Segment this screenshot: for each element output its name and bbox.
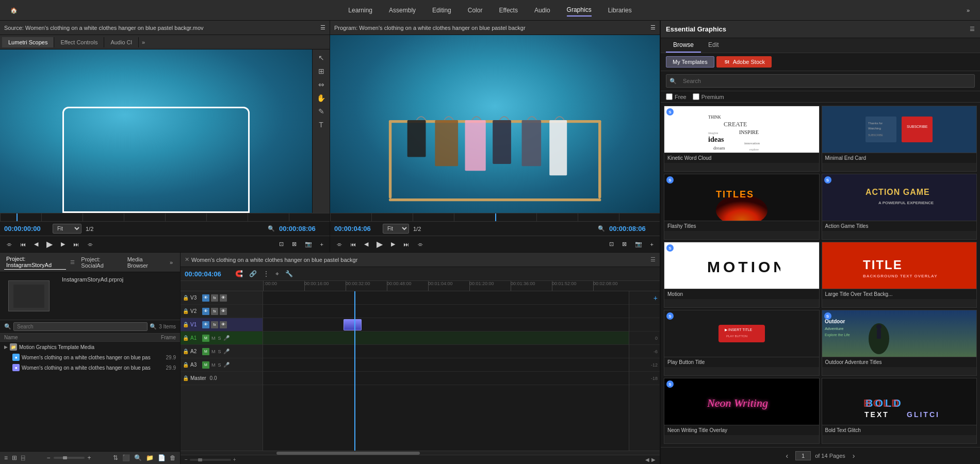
nav-learning[interactable]: Learning (348, 5, 372, 16)
eg-header-menu-icon[interactable]: ☰ (970, 26, 975, 32)
timeline-next-page-btn[interactable]: ▶ (651, 457, 656, 462)
track-row-a2[interactable] (263, 345, 629, 358)
template-neon[interactable]: S Neon Writing Neon Writing Title Ove (664, 378, 820, 444)
track-s-a1[interactable]: S (218, 336, 222, 341)
timeline-zoom-out-btn[interactable]: − (185, 457, 188, 462)
program-fit-dropdown[interactable]: Fit 25% 50% (383, 224, 409, 234)
new-item-btn[interactable]: 📄 (157, 453, 167, 462)
timeline-scrollbar-thumb[interactable] (276, 452, 420, 455)
timeline-scrollbar[interactable] (181, 451, 660, 455)
auto-match-btn[interactable]: ⬛ (121, 453, 131, 462)
tab-media-browser[interactable]: Media Browser (125, 255, 162, 270)
tab-project-social[interactable]: Project: SocialAd (79, 255, 121, 270)
source-prev-frame-btn[interactable]: ◀ (32, 240, 40, 248)
timeline-timecode[interactable]: 00:00:04:06 (185, 270, 231, 278)
track-m-a1[interactable]: M (211, 336, 216, 341)
my-templates-btn[interactable]: My Templates (666, 56, 714, 68)
source-insert-btn[interactable]: ⊡ (277, 240, 286, 248)
timeline-tool3-btn[interactable]: 🔧 (283, 269, 295, 278)
list-item[interactable]: ■ Women's clothing on a white clothes ha… (0, 352, 180, 362)
grid-tool-btn[interactable]: ⊞ (314, 65, 329, 77)
lock-v1-icon[interactable]: 🔒 (183, 322, 189, 327)
timeline-tool2-btn[interactable]: ⌖ (273, 269, 281, 278)
track-row-v3[interactable] (263, 291, 629, 305)
lock-v3-icon[interactable]: 🔒 (183, 295, 189, 301)
filter-premium-checkbox[interactable] (693, 93, 699, 100)
tab-audio-cl[interactable]: Audio Cl (104, 37, 139, 47)
program-add-btn[interactable]: + (648, 240, 656, 248)
template-minimal-end-card[interactable]: Thanks for Watching SUBSCRIBE SUBSCRIBE … (822, 106, 977, 172)
program-header-menu-icon[interactable]: ☰ (650, 24, 656, 31)
freeform-view-btn[interactable]: ⌸ (20, 453, 26, 462)
source-mark-in-btn[interactable]: ⌯ (4, 240, 14, 248)
tab-project-instagram[interactable]: Project: InstagramStoryAd (4, 255, 66, 270)
program-zoom-icon[interactable]: 🔍 (596, 224, 607, 233)
source-add-btn[interactable]: + (318, 240, 325, 248)
nav-more-icon[interactable]: » (967, 7, 970, 13)
program-prev-frame-btn[interactable]: ◀ (362, 240, 370, 248)
track-toggle-v2[interactable]: 👁 (202, 308, 209, 315)
track-toggle-v1[interactable]: 👁 (202, 321, 209, 328)
trim-tool-btn[interactable]: ⇔ (314, 78, 329, 91)
delete-btn[interactable]: 🗑 (169, 453, 177, 462)
home-icon[interactable]: 🏠 (10, 7, 18, 13)
template-bold-glitch[interactable]: BOLD BOLD TEXT GLITCH Bold Text Glitch (822, 378, 977, 444)
search-btn[interactable]: 🔍 (133, 453, 143, 462)
timeline-clip-v1[interactable] (344, 319, 362, 330)
program-mark-in-btn[interactable]: ⌯ (334, 240, 344, 248)
source-step-fwd-btn[interactable]: ⏭ (71, 240, 81, 248)
source-mark-out-btn[interactable]: ⌯ (85, 240, 95, 248)
track-eye-v1[interactable]: 👁 (220, 321, 227, 328)
project-search-input[interactable] (13, 322, 148, 331)
list-view-btn[interactable]: ≡ (3, 453, 9, 462)
col-frame-header[interactable]: Frame (155, 335, 176, 340)
nav-audio[interactable]: Audio (534, 5, 550, 16)
timeline-link-btn[interactable]: 🔗 (247, 269, 259, 278)
program-fraction-btn[interactable]: 1/2 (411, 225, 423, 233)
eg-search-input[interactable] (679, 76, 971, 86)
track-toggle-a2[interactable]: M (202, 348, 209, 355)
text-tool-btn[interactable]: T (314, 119, 329, 131)
track-row-v1[interactable] (263, 318, 629, 332)
project-tabs-more-icon[interactable]: » (167, 257, 176, 268)
grid-view-btn[interactable]: ⊞ (11, 453, 18, 462)
expand-icon[interactable]: ▶ (4, 344, 8, 350)
template-large-title[interactable]: TITLE BACKGROUND TEXT OVERLAY Large Titl… (822, 242, 977, 308)
track-s-a3[interactable]: S (218, 362, 222, 368)
timeline-header-menu-icon[interactable]: ☰ (650, 256, 656, 263)
add-track-btn[interactable]: + (654, 294, 658, 302)
track-toggle-a1[interactable]: M (202, 335, 209, 342)
nav-assembly[interactable]: Assembly (389, 5, 416, 16)
track-solo-v2[interactable]: fx (211, 308, 218, 315)
track-eye-v3[interactable]: 👁 (220, 294, 227, 302)
track-m-a2[interactable]: M (211, 349, 216, 354)
new-bin-btn[interactable]: 📁 (145, 453, 155, 462)
source-overwrite-btn[interactable]: ⊠ (290, 240, 299, 248)
track-content[interactable] (263, 291, 629, 451)
timeline-zoom-in-btn[interactable]: + (233, 457, 236, 462)
hand-tool-btn[interactable]: ✋ (314, 92, 329, 104)
nav-color[interactable]: Color (468, 5, 483, 16)
program-camera-btn[interactable]: 📷 (633, 240, 644, 248)
select-tool-btn[interactable]: ↖ (314, 52, 329, 64)
track-toggle-v3[interactable]: 👁 (202, 294, 209, 302)
timeline-tool1-btn[interactable]: ⋮ (261, 269, 271, 278)
list-item[interactable]: ▶ 📁 Motion Graphics Template Media (0, 342, 180, 352)
timeline-prev-page-btn[interactable]: ◀ (645, 457, 649, 462)
program-lift-btn[interactable]: ⊡ (607, 240, 616, 248)
zoom-minus-btn[interactable]: − (46, 453, 52, 462)
lock-master-icon[interactable]: 🔒 (183, 375, 189, 381)
track-row-v2[interactable] (263, 305, 629, 318)
template-flashy-titles[interactable]: S TITLES (664, 174, 820, 240)
tab-effect-controls[interactable]: Effect Controls (54, 37, 104, 47)
program-step-back-btn[interactable]: ⏮ (348, 240, 358, 248)
source-camera-btn[interactable]: 📷 (303, 240, 314, 248)
lock-a2-icon[interactable]: 🔒 (183, 349, 189, 354)
track-row-master[interactable] (263, 372, 629, 385)
source-header-menu-icon[interactable]: ☰ (320, 24, 325, 31)
program-next-frame-btn[interactable]: ▶ (389, 240, 397, 248)
source-fit-dropdown[interactable]: Fit 25% 50% 75% 100% (53, 224, 81, 234)
filter-premium[interactable]: Premium (693, 93, 724, 100)
zoom-plus-btn[interactable]: + (87, 453, 92, 462)
filter-free[interactable]: Free (666, 93, 687, 100)
